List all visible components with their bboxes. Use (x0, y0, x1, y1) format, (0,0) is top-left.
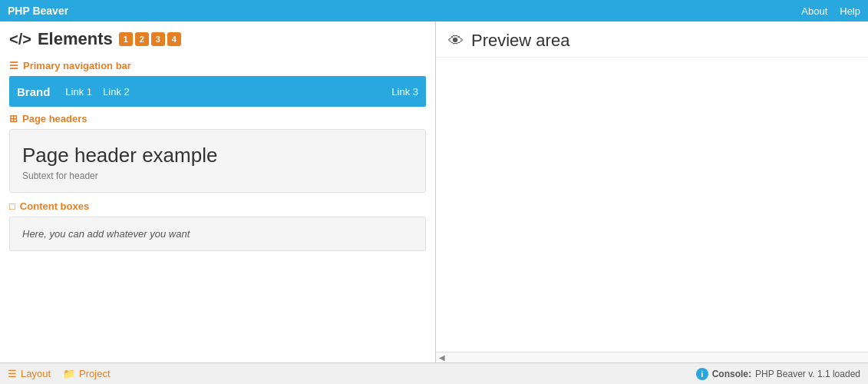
section-page-headers[interactable]: ⊞ Page headers (9, 113, 426, 124)
content-box-icon: □ (9, 200, 15, 212)
bottom-bar: ☰ Layout 📁 Project i Console: PHP Beaver… (0, 362, 868, 384)
page-headers-label: Page headers (22, 113, 87, 124)
badge-4: 4 (167, 32, 181, 46)
layout-item[interactable]: ☰ Layout (8, 368, 51, 379)
layout-label: Layout (21, 368, 51, 379)
code-icon: </> (9, 31, 31, 48)
bottombar-left: ☰ Layout 📁 Project (8, 368, 111, 379)
topbar-links: About Help (801, 5, 860, 17)
page-header-title: Page header example (22, 144, 413, 167)
navbar-preview: Brand Link 1 Link 2 Link 3 (9, 76, 426, 107)
navbar-brand: Brand (17, 85, 50, 98)
page-header-icon: ⊞ (9, 113, 18, 124)
about-link[interactable]: About (801, 5, 827, 17)
section-primary-nav[interactable]: ☰ Primary navigation bar (9, 60, 426, 71)
console-label: Console: (712, 369, 751, 379)
navbar-link-1[interactable]: Link 1 (65, 86, 92, 98)
badge-2: 2 (135, 32, 149, 46)
left-panel-header: </> Elements 1 2 3 4 (0, 22, 435, 54)
navbar-link-2[interactable]: Link 2 (103, 86, 130, 98)
elements-heading: </> Elements 1 2 3 4 (9, 29, 181, 49)
elements-label: Elements (38, 29, 113, 49)
preview-area-label: Preview area (471, 31, 569, 51)
primary-nav-label: Primary navigation bar (23, 60, 131, 71)
app-title: PHP Beaver (8, 5, 68, 17)
left-panel: </> Elements 1 2 3 4 ☰ Primary navigatio… (0, 22, 436, 362)
page-header-subtext: Subtext for header (22, 170, 413, 181)
main-area: </> Elements 1 2 3 4 ☰ Primary navigatio… (0, 22, 868, 362)
page-header-box: Page header example Subtext for header (9, 129, 426, 193)
project-item[interactable]: 📁 Project (63, 368, 110, 379)
eye-icon: 👁 (448, 32, 464, 50)
section-content-boxes[interactable]: □ Content boxes (9, 200, 426, 212)
top-bar: PHP Beaver About Help (0, 0, 868, 22)
right-panel-body (436, 58, 868, 352)
right-panel: 👁 Preview area ◀ (436, 22, 868, 362)
layout-icon: ☰ (8, 368, 17, 379)
content-box-text: Here, you can add whatever you want (22, 228, 190, 240)
navbar-link-right-1[interactable]: Link 3 (391, 86, 418, 98)
badge-1: 1 (119, 32, 133, 46)
console-message: PHP Beaver v. 1.1 loaded (755, 369, 860, 379)
left-panel-body: ☰ Primary navigation bar Brand Link 1 Li… (0, 54, 435, 362)
content-boxes-label: Content boxes (20, 200, 89, 212)
bottombar-right: i Console: PHP Beaver v. 1.1 loaded (696, 368, 860, 380)
badges-row: 1 2 3 4 (119, 32, 181, 46)
content-box-example: Here, you can add whatever you want (9, 217, 426, 251)
hamburger-icon: ☰ (9, 60, 18, 71)
badge-3: 3 (151, 32, 165, 46)
folder-icon: 📁 (63, 368, 75, 379)
scroll-left-arrow[interactable]: ◀ (439, 353, 445, 362)
help-link[interactable]: Help (840, 5, 860, 17)
right-panel-header: 👁 Preview area (436, 22, 868, 58)
info-icon: i (696, 368, 708, 380)
project-label: Project (79, 368, 110, 379)
right-scroll-hint: ◀ (436, 352, 868, 362)
